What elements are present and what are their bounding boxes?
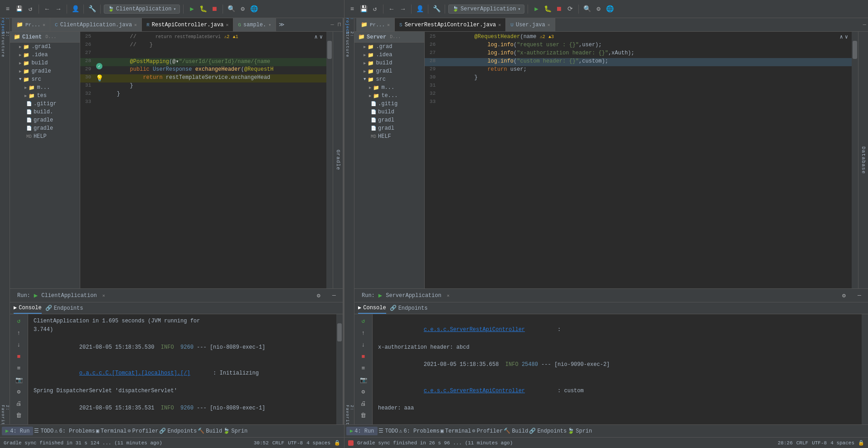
right-position[interactable]: 28:26 bbox=[778, 440, 793, 446]
right-tab-user[interactable]: U User.java ✕ bbox=[506, 18, 555, 31]
right-console-up[interactable]: ↑ bbox=[359, 328, 369, 338]
right-tree-build-file[interactable]: 📄build bbox=[354, 108, 424, 116]
right-tree-build[interactable]: ▶📁build bbox=[354, 59, 424, 67]
left-bt-terminal[interactable]: ▣ Terminal bbox=[96, 428, 127, 434]
tree-item-build-file[interactable]: 📄build. bbox=[10, 108, 80, 116]
right-bt-terminal[interactable]: ▣ Terminal bbox=[441, 428, 471, 434]
right-console-print[interactable]: 🖨 bbox=[359, 399, 369, 409]
right-tree-gradle[interactable]: ▶📁gradl bbox=[354, 67, 424, 75]
right-encoding[interactable]: UTF-8 bbox=[812, 440, 827, 446]
right-endpoints-tab[interactable]: 🔗 Endpoints bbox=[390, 302, 428, 314]
search-icon[interactable]: 🔍 bbox=[226, 4, 236, 14]
right-console-restart[interactable]: ↺ bbox=[359, 316, 369, 326]
left-run-close-btn[interactable]: — bbox=[329, 291, 339, 301]
right-tree-test[interactable]: ▶📁te... bbox=[354, 92, 424, 100]
left-bt-profiler[interactable]: ⊙ Profiler bbox=[128, 428, 159, 434]
right-back-icon[interactable]: ← bbox=[387, 4, 397, 14]
right-console-filter[interactable]: ≡ bbox=[359, 363, 369, 373]
right-refresh-icon[interactable]: ↺ bbox=[370, 4, 380, 14]
right-run-settings[interactable]: ⚙ bbox=[839, 291, 849, 301]
wrench-icon[interactable]: 🔧 bbox=[87, 4, 97, 14]
left-console-restart[interactable]: ↺ bbox=[14, 316, 24, 326]
right-bt-todo[interactable]: ☰ TODO bbox=[378, 428, 398, 434]
right-bt-build[interactable]: 🔨 Build bbox=[504, 428, 528, 434]
right-tree-gradle-props[interactable]: 📄gradl bbox=[354, 124, 424, 132]
left-project-tab[interactable]: 1: Project bbox=[0, 20, 10, 29]
left-console-scrollbar[interactable] bbox=[336, 314, 343, 424]
menu-icon[interactable]: ≡ bbox=[3, 4, 13, 14]
right-bt-run[interactable]: ▶ 4: Run bbox=[346, 427, 378, 435]
right-bt-problems[interactable]: ⚠ 6: Problems bbox=[399, 428, 439, 434]
database-sidebar-right[interactable]: Database bbox=[858, 32, 868, 288]
right-scrollbar-btn[interactable]: — bbox=[861, 18, 868, 31]
refresh-icon[interactable]: ↺ bbox=[25, 4, 35, 14]
left-console-tab[interactable]: ▶ Console bbox=[14, 302, 42, 314]
right-git-icon[interactable]: 🔒 bbox=[858, 440, 864, 446]
right-app-selector[interactable]: 🍃 ServerApplication ▾ bbox=[448, 5, 524, 14]
server-api-link-2[interactable]: c.e.s.c.ServerRestApiController bbox=[424, 388, 525, 394]
tomcat-link[interactable]: o.a.c.c.C.[Tomcat].[localhost].[/] bbox=[79, 370, 190, 376]
tab-project[interactable]: 📁 Pr... ✕ bbox=[12, 18, 50, 31]
right-tree-gitignore[interactable]: 📄.gitig bbox=[354, 100, 424, 108]
right-tree-grad[interactable]: ▶📁.grad bbox=[354, 43, 424, 51]
tab-client-application[interactable]: C ClientApplication.java ✕ bbox=[50, 18, 142, 31]
globe-icon[interactable]: 🌐 bbox=[249, 4, 259, 14]
left-bt-build[interactable]: 🔨 Build bbox=[198, 428, 222, 434]
right-debug-icon[interactable]: 🐛 bbox=[543, 4, 553, 14]
right-bt-spring[interactable]: 🍃 Sprin bbox=[567, 428, 592, 434]
right-run-icon[interactable]: ▶ bbox=[531, 4, 541, 14]
right-run-close-btn[interactable]: — bbox=[854, 291, 864, 301]
tree-item-gradle-props[interactable]: 📄gradle bbox=[10, 124, 80, 132]
right-search-icon[interactable]: 🔍 bbox=[582, 4, 592, 14]
left-indent[interactable]: 4 spaces bbox=[306, 440, 330, 446]
left-endpoints-tab[interactable]: 🔗 Endpoints bbox=[45, 302, 83, 314]
left-run-close[interactable]: ✕ bbox=[102, 293, 105, 298]
forward-icon[interactable]: → bbox=[53, 4, 63, 14]
right-tab-project[interactable]: 📁 Pr... ✕ bbox=[356, 18, 395, 31]
right-indent[interactable]: 4 spaces bbox=[830, 440, 854, 446]
right-tree-gradlew[interactable]: 📄gradl bbox=[354, 116, 424, 124]
left-bt-run[interactable]: ▶ 4: Run bbox=[2, 427, 33, 435]
left-position[interactable]: 30:52 bbox=[254, 440, 269, 446]
right-menu-icon[interactable]: ≡ bbox=[347, 4, 357, 14]
right-tree-src[interactable]: ▼📁src bbox=[354, 75, 424, 83]
right-structure-icon[interactable]: 2: Structure bbox=[345, 40, 354, 49]
tab-more-button[interactable]: ≫ bbox=[276, 18, 287, 31]
server-api-link-1[interactable]: c.e.s.c.ServerRestApiController bbox=[424, 326, 525, 333]
right-globe-icon[interactable]: 🌐 bbox=[605, 4, 615, 14]
tree-item-gradl[interactable]: ▶📁.gradl bbox=[10, 43, 80, 51]
left-line-sep[interactable]: CRLF bbox=[272, 440, 284, 446]
left-console-trash[interactable]: 🗑 bbox=[14, 410, 24, 420]
right-console-scrollbar[interactable] bbox=[862, 314, 868, 424]
left-bt-spring[interactable]: 🍃 Sprin bbox=[223, 428, 247, 434]
tree-item-main[interactable]: ▶📁m... bbox=[10, 83, 80, 92]
right-console-down[interactable]: ↓ bbox=[359, 340, 369, 350]
right-line-sep[interactable]: CRLF bbox=[796, 440, 808, 446]
left-bt-endpoints[interactable]: 🔗 Endpoints bbox=[159, 428, 197, 434]
right-project-tab[interactable]: 1: Project bbox=[345, 20, 354, 29]
right-bt-profiler[interactable]: ⊙ Profiler bbox=[472, 428, 503, 434]
left-git-icon[interactable]: 🔒 bbox=[334, 440, 340, 446]
right-editor-scrollbar[interactable] bbox=[852, 32, 858, 288]
right-console-camera[interactable]: 📷 bbox=[359, 375, 369, 385]
right-reload-icon[interactable]: ⟳ bbox=[565, 4, 575, 14]
stop-icon[interactable]: ⏹ bbox=[209, 4, 219, 14]
left-console-camera[interactable]: 📷 bbox=[14, 375, 24, 385]
right-console-cog[interactable]: ⚙ bbox=[359, 387, 369, 397]
left-console-up[interactable]: ↑ bbox=[14, 328, 24, 338]
right-user-icon[interactable]: 👤 bbox=[415, 4, 425, 14]
right-bt-endpoints[interactable]: 🔗 Endpoints bbox=[529, 428, 567, 434]
left-bt-todo[interactable]: ☰ TODO bbox=[34, 428, 53, 434]
left-favorites-icon[interactable]: 2: Favorites bbox=[0, 414, 10, 423]
right-tree-idea[interactable]: ▶📁.idea bbox=[354, 51, 424, 59]
scrollbar-button[interactable]: — bbox=[329, 18, 336, 31]
tree-item-gradle[interactable]: ▶📁gradle bbox=[10, 67, 80, 75]
left-app-selector[interactable]: 🍃 ClientApplication ▾ bbox=[104, 5, 180, 14]
right-console-trash[interactable]: 🗑 bbox=[359, 410, 369, 420]
tree-item-test[interactable]: ▶📁tes bbox=[10, 92, 80, 100]
right-stop-icon[interactable]: ⏹ bbox=[554, 4, 564, 14]
tab-sample[interactable]: G sample. ▾ bbox=[233, 18, 276, 31]
left-console-filter[interactable]: ≡ bbox=[14, 363, 24, 373]
right-console-stop[interactable]: ■ bbox=[359, 351, 369, 361]
right-save-icon[interactable]: 💾 bbox=[359, 4, 369, 14]
